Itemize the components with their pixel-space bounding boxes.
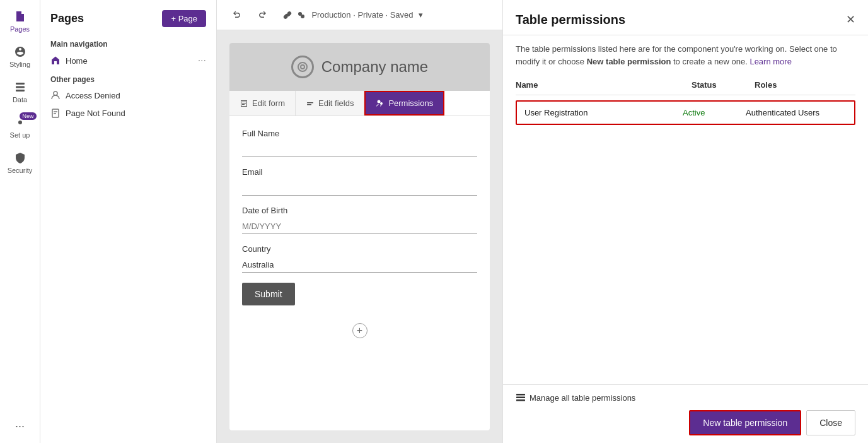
company-logo xyxy=(291,56,314,78)
canvas-add-row: + xyxy=(229,318,490,343)
col-name: Name xyxy=(516,80,692,90)
col-status: Status xyxy=(692,80,755,90)
tab-permissions[interactable]: Permissions xyxy=(364,91,444,115)
nav-panel-title: Pages xyxy=(50,12,84,25)
svg-rect-20 xyxy=(516,399,525,401)
sidebar-item-pages[interactable]: Pages xyxy=(3,5,38,38)
panel-desc-text2: to create a new one. xyxy=(671,57,749,66)
company-header: Company name xyxy=(229,43,490,91)
sidebar-security-label: Security xyxy=(8,167,33,174)
panel-title: Table permissions xyxy=(516,13,625,27)
svg-rect-14 xyxy=(307,102,313,103)
svg-rect-19 xyxy=(516,397,525,399)
svg-point-6 xyxy=(54,92,57,95)
sidebar-item-data[interactable]: Data xyxy=(3,76,38,109)
form-body: Full Name Email Date of Birth Country Su… xyxy=(229,116,490,318)
panel-footer: Manage all table permissions New table p… xyxy=(503,384,868,443)
sidebar-pages-label: Pages xyxy=(10,25,30,33)
permission-row-user-registration[interactable]: User Registration Active Authenticated U… xyxy=(516,100,855,125)
panel-desc-bold: New table permission xyxy=(587,57,671,66)
tab-edit-form-label: Edit form xyxy=(252,98,285,108)
topbar-tools xyxy=(227,5,298,25)
tab-edit-fields[interactable]: Edit fields xyxy=(296,91,364,115)
nav-item-page-not-found-label: Page Not Found xyxy=(66,109,206,118)
close-button[interactable]: Close xyxy=(806,410,855,435)
svg-rect-2 xyxy=(16,83,25,85)
new-permission-button[interactable]: New table permission xyxy=(689,410,801,435)
svg-point-13 xyxy=(301,65,304,69)
col-roles: Roles xyxy=(755,80,855,90)
svg-rect-0 xyxy=(18,16,23,17)
nav-panel: Pages + Page Main navigation Home ··· Ot… xyxy=(40,0,217,443)
main-nav-title: Main navigation xyxy=(40,35,216,51)
panel-actions: New table permission Close xyxy=(516,410,855,435)
canvas-area: Company name Edit form Edit fields Permi… xyxy=(217,30,502,443)
nav-item-home-label: Home xyxy=(66,56,193,66)
link-button[interactable] xyxy=(277,5,298,25)
email-input[interactable] xyxy=(242,180,477,196)
nav-item-page-not-found[interactable]: Page Not Found xyxy=(40,104,216,122)
permission-status: Active xyxy=(683,108,746,117)
form-tabs: Edit form Edit fields Permissions xyxy=(229,91,490,116)
sidebar-data-label: Data xyxy=(13,96,27,103)
topbar-chevron: ▾ xyxy=(419,10,423,20)
learn-more-link[interactable]: Learn more xyxy=(749,57,791,66)
redo-button[interactable] xyxy=(252,5,272,25)
dob-input[interactable] xyxy=(242,219,477,234)
panel-close-button[interactable]: ✕ xyxy=(846,13,855,27)
manage-all-link[interactable]: Manage all table permissions xyxy=(516,393,855,403)
sidebar-item-setup[interactable]: Set up New xyxy=(3,111,38,144)
svg-point-11 xyxy=(301,15,304,18)
submit-button[interactable]: Submit xyxy=(242,283,295,305)
permission-roles: Authenticated Users xyxy=(746,108,847,117)
email-label: Email xyxy=(242,167,477,177)
form-field-dob: Date of Birth xyxy=(242,206,477,234)
permissions-panel: Table permissions ✕ The table permission… xyxy=(502,0,868,443)
nav-item-home-more[interactable]: ··· xyxy=(198,55,206,66)
nav-item-access-denied[interactable]: Access Denied xyxy=(40,86,216,104)
svg-rect-4 xyxy=(16,90,25,92)
nav-panel-header: Pages + Page xyxy=(40,10,216,35)
permission-name: User Registration xyxy=(524,108,683,117)
tab-edit-fields-label: Edit fields xyxy=(318,98,354,108)
form-field-email: Email xyxy=(242,167,477,196)
manage-all-link-label: Manage all table permissions xyxy=(529,393,635,403)
svg-point-17 xyxy=(380,102,383,105)
tab-permissions-label: Permissions xyxy=(388,98,433,108)
sidebar-setup-label: Set up xyxy=(10,131,30,139)
topbar-status-label: Production · Private · Saved xyxy=(311,10,413,20)
panel-description: The table permissions listed here are fo… xyxy=(503,35,868,75)
table-header: Name Status Roles xyxy=(516,75,855,95)
dob-label: Date of Birth xyxy=(242,206,477,215)
sidebar-styling-label: Styling xyxy=(9,61,30,68)
fullname-label: Full Name xyxy=(242,129,477,138)
add-page-button[interactable]: + Page xyxy=(162,10,206,27)
add-section-button[interactable]: + xyxy=(352,323,367,338)
panel-header: Table permissions ✕ xyxy=(503,0,868,35)
sidebar-item-setup-wrapper: Set up New xyxy=(3,111,38,144)
svg-point-5 xyxy=(18,121,22,124)
main-content: Production · Private · Saved ▾ Company n… xyxy=(217,0,502,443)
sidebar: Pages Styling Data Set up New Security ·… xyxy=(0,0,40,443)
nav-item-access-denied-label: Access Denied xyxy=(66,91,206,100)
svg-point-16 xyxy=(378,100,381,103)
other-pages-title: Other pages xyxy=(40,70,216,86)
tab-edit-form[interactable]: Edit form xyxy=(229,91,296,115)
setup-badge: New xyxy=(20,112,36,120)
form-field-country: Country xyxy=(242,244,477,273)
country-label: Country xyxy=(242,244,477,254)
topbar-status[interactable]: Production · Private · Saved ▾ xyxy=(296,10,422,20)
sidebar-item-styling[interactable]: Styling xyxy=(3,40,38,73)
topbar: Production · Private · Saved ▾ xyxy=(217,0,502,30)
svg-point-12 xyxy=(298,62,307,71)
nav-item-home[interactable]: Home ··· xyxy=(40,51,216,70)
sidebar-more[interactable]: ··· xyxy=(15,420,25,433)
company-name-label: Company name xyxy=(321,58,428,76)
fullname-input[interactable] xyxy=(242,142,477,157)
svg-rect-3 xyxy=(16,86,25,88)
sidebar-item-security[interactable]: Security xyxy=(3,146,38,179)
permissions-table: Name Status Roles User Registration Acti… xyxy=(503,75,868,384)
country-input[interactable] xyxy=(242,257,477,273)
undo-button[interactable] xyxy=(227,5,247,25)
canvas-inner: Company name Edit form Edit fields Permi… xyxy=(229,43,490,430)
